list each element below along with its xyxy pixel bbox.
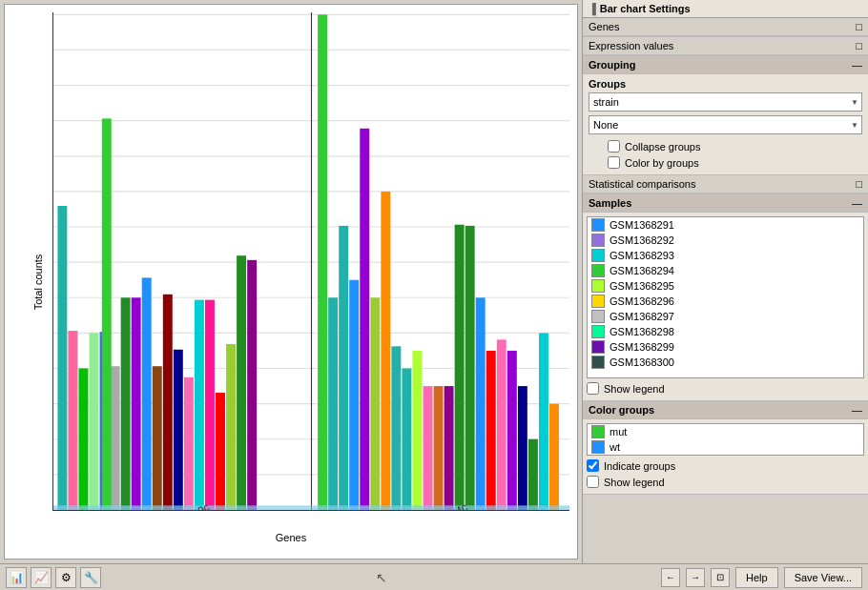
grouping-label: Grouping	[589, 59, 636, 71]
bar-chart-svg: 0 10 20 30 40 50 60 70 80 90 100 110 120…	[53, 12, 569, 510]
sample-color-swatch	[591, 279, 605, 293]
svg-rect-29	[205, 300, 215, 510]
color-by-groups-row: Color by groups	[608, 156, 862, 169]
svg-rect-26	[174, 350, 183, 510]
svg-rect-55	[528, 439, 538, 510]
nav-btn-back[interactable]: ←	[661, 568, 680, 587]
expression-section-title: Expression values □	[583, 37, 868, 55]
samples-label: Samples	[589, 197, 631, 209]
svg-rect-51	[486, 351, 496, 510]
sample-color-swatch	[591, 295, 605, 308]
indicate-groups-label: Indicate groups	[604, 460, 675, 472]
grouping-section-title: Grouping —	[583, 56, 868, 74]
panel-header: ▐ Bar chart Settings	[583, 0, 868, 18]
svg-rect-17	[78, 369, 88, 510]
genes-expand-icon[interactable]: □	[856, 21, 862, 32]
tool-btn-3[interactable]: ⚙	[55, 567, 76, 588]
none-select[interactable]: None	[589, 115, 862, 134]
tool-btn-4[interactable]: 🔧	[80, 567, 101, 588]
sample-color-swatch	[591, 356, 605, 369]
sample-color-swatch	[591, 310, 605, 323]
color-groups-label: Color groups	[589, 404, 654, 416]
grouping-collapse-icon[interactable]: —	[852, 59, 862, 71]
svg-rect-28	[195, 300, 204, 510]
group-color-swatch	[591, 425, 605, 438]
svg-rect-53	[507, 351, 517, 510]
svg-rect-50	[476, 297, 486, 510]
samples-show-legend-row: Show legend	[587, 382, 864, 395]
x-axis-label: Genes	[276, 532, 306, 543]
sample-item: GSM1368295	[588, 278, 863, 294]
grouping-body: Groups strain None Collapse groups	[583, 74, 868, 174]
samples-body: GSM1368291GSM1368292GSM1368293GSM1368294…	[583, 213, 868, 400]
sample-color-swatch	[591, 325, 605, 338]
help-button[interactable]: Help	[735, 567, 778, 588]
groups-label: Groups	[589, 78, 862, 90]
statistical-section-title: Statistical comparisons □	[583, 175, 868, 193]
color-by-groups-checkbox[interactable]	[608, 156, 620, 169]
svg-rect-46	[434, 386, 444, 510]
sample-id-label: GSM1368295	[610, 280, 674, 292]
group-color-swatch	[591, 440, 605, 454]
svg-rect-16	[68, 331, 77, 510]
samples-show-legend-label: Show legend	[604, 383, 665, 395]
color-groups-collapse-icon[interactable]: —	[852, 404, 862, 416]
grouping-section: Grouping — Groups strain None Collap	[583, 56, 868, 175]
svg-rect-32	[237, 255, 246, 510]
genes-label: Genes	[589, 21, 619, 32]
indicate-groups-checkbox[interactable]	[587, 459, 599, 472]
svg-rect-31	[226, 344, 236, 510]
svg-rect-24	[153, 366, 162, 510]
group-id-label: wt	[610, 441, 620, 453]
svg-rect-35	[318, 14, 327, 510]
none-select-wrapper[interactable]: None	[589, 115, 862, 134]
sample-id-label: GSM1368300	[610, 356, 674, 368]
svg-rect-33	[247, 260, 257, 510]
group-item: mut	[588, 424, 863, 439]
nav-btn-fwd[interactable]: →	[686, 568, 705, 587]
svg-rect-74	[312, 505, 570, 510]
svg-rect-49	[465, 226, 475, 510]
samples-collapse-icon[interactable]: —	[852, 197, 862, 209]
nav-btn-copy[interactable]: ⊡	[711, 568, 730, 587]
bottom-left-tools: 📊 📈 ⚙ 🔧	[6, 567, 101, 588]
sample-color-swatch	[591, 234, 605, 247]
color-groups-body: mutwt Indicate groups Show legend	[583, 419, 868, 494]
svg-rect-20	[111, 366, 120, 510]
sample-id-label: GSM1368293	[610, 250, 674, 261]
statistical-section: Statistical comparisons □	[583, 175, 868, 194]
expression-section: Expression values □	[583, 37, 868, 56]
svg-rect-23	[142, 277, 152, 510]
statistical-label: Statistical comparisons	[589, 178, 696, 190]
statistical-expand-icon[interactable]: □	[856, 178, 862, 190]
tool-btn-1[interactable]: 📊	[6, 567, 27, 588]
genes-section: Genes □	[583, 18, 868, 37]
svg-rect-38	[349, 280, 359, 510]
svg-rect-37	[339, 226, 348, 510]
save-view-button[interactable]: Save View...	[784, 567, 862, 588]
svg-rect-15	[57, 206, 67, 510]
bottom-right-actions: ← → ⊡ Help Save View...	[661, 567, 862, 588]
sample-item: GSM1368291	[588, 217, 863, 233]
svg-rect-42	[391, 346, 401, 510]
tool-btn-2[interactable]: 📈	[31, 567, 52, 588]
chart-inner: Total counts Genes	[5, 5, 577, 559]
strain-select[interactable]: strain	[589, 92, 862, 112]
sample-item: GSM1368297	[588, 309, 863, 324]
svg-rect-25	[163, 295, 173, 510]
samples-show-legend-checkbox[interactable]	[587, 382, 599, 395]
samples-section: Samples — GSM1368291GSM1368292GSM1368293…	[583, 194, 868, 401]
svg-rect-21	[121, 297, 131, 510]
genes-section-title: Genes □	[583, 18, 868, 36]
group-item: wt	[588, 439, 863, 455]
strain-select-wrapper[interactable]: strain	[589, 92, 862, 112]
y-axis-label: Total counts	[32, 254, 44, 310]
collapse-groups-checkbox[interactable]	[608, 140, 620, 153]
sample-id-label: GSM1368291	[610, 219, 674, 231]
bottom-bar: 📊 📈 ⚙ 🔧 ↖ ← → ⊡ Help Save View...	[0, 563, 868, 590]
color-groups-show-legend-checkbox[interactable]	[587, 476, 599, 488]
svg-rect-48	[455, 225, 465, 510]
sample-id-label: GSM1368296	[610, 295, 674, 307]
color-by-groups-label: Color by groups	[625, 157, 699, 169]
expression-expand-icon[interactable]: □	[856, 40, 862, 51]
